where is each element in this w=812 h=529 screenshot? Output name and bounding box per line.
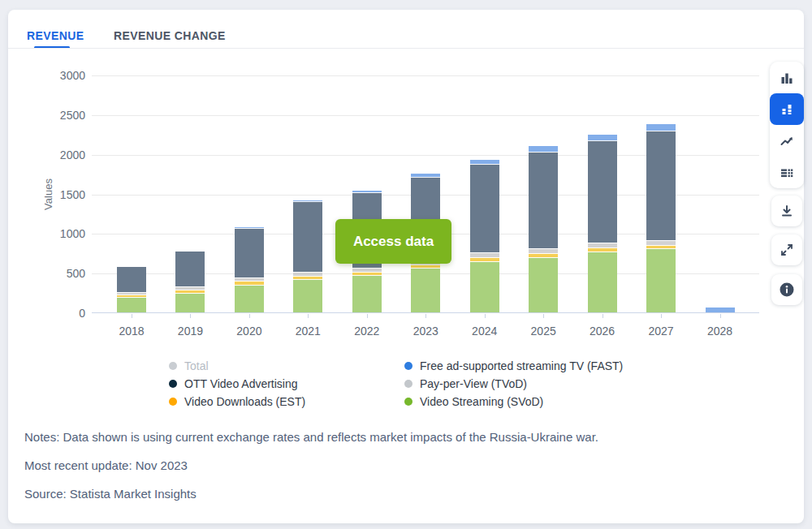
gridline (92, 75, 759, 76)
table-view-icon (780, 166, 794, 180)
x-tickmark (485, 314, 486, 318)
legend-item[interactable]: Total (169, 357, 305, 374)
x-tick-label: 2018 (106, 325, 158, 338)
chart-card: REVENUE REVENUE CHANGE Values 0500100015… (8, 10, 804, 523)
plot-area (92, 75, 759, 313)
bar-segment (470, 164, 499, 252)
bar-2019[interactable] (175, 252, 205, 312)
legend-item[interactable]: Video Streaming (SVoD) (404, 393, 623, 410)
x-tickmark (425, 314, 426, 318)
bar-segment (470, 261, 499, 312)
download-button[interactable] (771, 196, 802, 226)
legend-label: Video Streaming (SVoD) (420, 395, 543, 408)
legend-label: Video Downloads (EST) (184, 395, 305, 408)
legend-item[interactable]: Pay-per-View (TVoD) (404, 375, 623, 392)
y-tick-label: 2000 (37, 148, 85, 161)
y-tick-label: 2500 (37, 109, 85, 122)
y-tick-label: 0 (37, 307, 85, 320)
bar-segment (588, 135, 617, 140)
y-tick-label: 500 (37, 267, 85, 280)
bar-segment (529, 152, 558, 248)
x-tickmark (543, 314, 544, 318)
info-button[interactable] (771, 274, 802, 305)
fullscreen-icon (780, 243, 794, 257)
bar-segment (175, 293, 205, 312)
y-tick-label: 1000 (37, 227, 85, 240)
legend-dot (404, 398, 412, 406)
x-tickmark (308, 314, 309, 318)
bar-2021[interactable] (293, 200, 322, 312)
bar-segment (117, 267, 146, 292)
tab-revenue[interactable]: REVENUE (27, 29, 84, 42)
bar-segment (646, 131, 676, 240)
bar-2027[interactable] (646, 124, 676, 312)
x-tickmark (367, 314, 368, 318)
column-chart-icon (780, 71, 794, 85)
bar-2024[interactable] (470, 160, 499, 312)
line-chart-button[interactable] (770, 125, 804, 157)
bar-segment (117, 297, 146, 312)
x-tickmark (132, 314, 132, 318)
bar-segment (352, 275, 382, 312)
y-tick-label: 1500 (37, 188, 85, 201)
x-tickmark (249, 314, 250, 318)
x-tickmark (190, 314, 191, 318)
update-text: Most recent update: Nov 2023 (24, 458, 188, 472)
access-data-button[interactable]: Access data (335, 219, 451, 264)
source-text: Source: Statista Market Insights (24, 487, 197, 501)
x-tick-label: 2024 (459, 325, 511, 338)
tab-revenue-change[interactable]: REVENUE CHANGE (114, 29, 226, 42)
x-tick-label: 2027 (635, 325, 687, 338)
legend-column-1: TotalOTT Video AdvertisingVideo Download… (169, 357, 305, 411)
fullscreen-button[interactable] (771, 234, 802, 265)
x-tick-label: 2021 (282, 325, 334, 338)
bar-2020[interactable] (235, 227, 264, 312)
bar-segment (529, 146, 558, 152)
bar-segment (235, 285, 264, 312)
x-tickmark (603, 314, 603, 318)
bar-2026[interactable] (588, 135, 617, 312)
notes-text: Notes: Data shown is using current excha… (24, 430, 598, 444)
legend-dot (169, 362, 177, 370)
bar-2028[interactable] (706, 308, 735, 312)
legend-column-2: Free ad-supported streaming TV (FAST)Pay… (404, 357, 623, 411)
table-view-button[interactable] (770, 157, 804, 188)
legend-dot (404, 380, 412, 388)
bar-2025[interactable] (529, 146, 558, 312)
x-tick-label: 2025 (517, 325, 569, 338)
legend-label: Pay-per-View (TVoD) (420, 377, 527, 390)
bar-segment (235, 228, 264, 278)
tabs-divider (8, 48, 804, 49)
x-tick-label: 2020 (223, 325, 275, 338)
bar-segment (293, 201, 322, 272)
legend-label: Total (184, 359, 209, 372)
legend-label: Free ad-supported streaming TV (FAST) (420, 359, 623, 372)
x-tickmark (661, 314, 662, 318)
legend-item[interactable]: Free ad-supported streaming TV (FAST) (404, 357, 623, 374)
legend-label: OTT Video Advertising (184, 377, 298, 390)
legend-dot (404, 362, 412, 370)
chart-type-switcher (770, 62, 804, 188)
legend-item[interactable]: Video Downloads (EST) (169, 393, 305, 410)
x-tickmark (720, 314, 721, 318)
x-tick-label: 2019 (164, 325, 216, 338)
gridline (92, 115, 759, 116)
y-tick-label: 3000 (37, 69, 85, 82)
line-chart-icon (780, 134, 794, 148)
bar-2018[interactable] (117, 267, 146, 312)
bar-segment (293, 279, 322, 312)
x-tick-label: 2026 (577, 325, 628, 338)
legend-dot (169, 398, 177, 406)
stacked-chart-icon (780, 102, 794, 117)
download-icon (780, 204, 794, 218)
bar-segment (529, 257, 558, 312)
column-chart-button[interactable] (770, 62, 804, 93)
stacked-chart-button[interactable] (770, 93, 804, 125)
info-icon (779, 282, 795, 298)
bar-segment (411, 268, 440, 312)
legend-item[interactable]: OTT Video Advertising (169, 375, 305, 392)
bar-segment (175, 252, 205, 286)
x-tick-label: 2022 (341, 325, 393, 338)
bar-segment (646, 248, 676, 312)
x-tick-label: 2023 (400, 325, 451, 338)
